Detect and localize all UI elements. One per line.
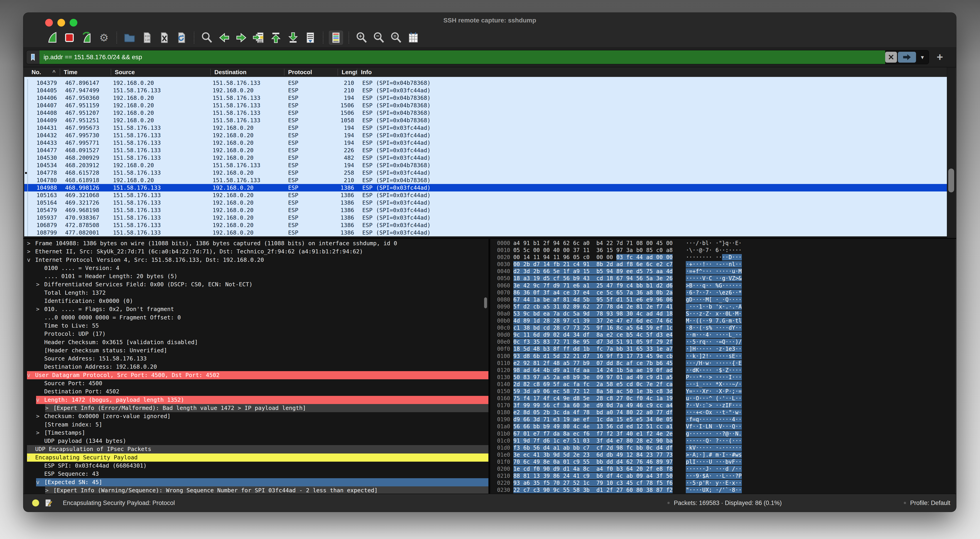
hex-row-0000[interactable]: 0000a491b12f94626ca0b4227d7108004500···/… — [497, 240, 955, 247]
filter-history-dropdown[interactable]: ▾ — [916, 50, 929, 64]
collapsed-icon[interactable]: > — [36, 412, 44, 420]
hex-row-0090[interactable]: 00905fd2cba5310289622778d42e812ef741_···… — [497, 303, 955, 310]
go-forward-button[interactable] — [234, 31, 248, 45]
packet-row-104409[interactable]: 104409467.951251192.168.0.20151.58.176.1… — [24, 117, 947, 124]
hex-row-0130[interactable]: 0130508397a52ae8b93e099701ad49c9d1a5P···… — [497, 374, 955, 381]
filter-apply-button[interactable] — [898, 52, 916, 63]
save-file-button[interactable]: 0101110 — [140, 31, 154, 45]
detail-row[interactable]: 0100 .... = Version: 4 — [24, 264, 488, 272]
detail-row[interactable]: vLength: 1472 (bogus, payload length 135… — [24, 396, 488, 404]
reload-file-button[interactable] — [174, 31, 188, 45]
filter-bookmark-button[interactable] — [26, 50, 40, 64]
column-header-no[interactable]: No.^ — [28, 69, 60, 76]
detail-row[interactable]: UDP Encapsulation of IPsec Packets — [24, 445, 488, 453]
expanded-icon[interactable]: v — [27, 256, 35, 264]
detail-row[interactable]: Header Checksum: 0x3615 [validation disa… — [24, 338, 488, 347]
hex-row-01c0[interactable]: 01c0919d7fd61ce751033fd4e78028e290ba····… — [497, 437, 955, 444]
hex-row-01e0[interactable]: 01e03eec413b9d5d2e236ddb491284237773>·A;… — [497, 452, 955, 458]
hex-row-0140[interactable]: 01402d82c8695facfafc2a58e5cd0c7e2fca-··i… — [497, 381, 955, 388]
capture-options-button[interactable]: ⚙ — [97, 31, 111, 45]
hex-row-00d0[interactable]: 00d09c116dd902d434df8ae2ceb54c5fd3e4··m·… — [497, 331, 955, 339]
hex-row-0020[interactable]: 002000141194119605c0000003fc44ad0000····… — [497, 254, 955, 261]
packet-row-104530[interactable]: 104530468.200929151.58.176.133192.168.0.… — [24, 154, 947, 162]
hex-row-01b0[interactable]: 01b06701e7f7da8aecf6f7f23f40e1f24e2eg···… — [497, 430, 955, 437]
detail-row[interactable]: Source Address: 151.58.176.133 — [24, 355, 488, 363]
details-hex-divider[interactable] — [488, 239, 490, 494]
hex-row-00a0[interactable]: 00a0539cbdea7adc5a9d789398304cad4d18S···… — [497, 310, 955, 317]
packet-row-105163[interactable]: 105163469.321068151.58.176.133192.168.0.… — [24, 191, 947, 199]
detail-row[interactable]: Destination Port: 4502 — [24, 388, 488, 396]
hex-row-0070[interactable]: 007086360f3fa4ce37e4ce5c657a36a80b2a·6·?… — [497, 289, 955, 296]
detail-row[interactable]: >[Expert Info (Error/Malformed): Bad len… — [24, 404, 488, 412]
filter-clear-button[interactable]: ✕ — [885, 52, 897, 63]
zoom-reset-button[interactable]: = — [389, 31, 403, 45]
go-last-button[interactable] — [286, 31, 300, 45]
collapsed-icon[interactable]: > — [27, 239, 35, 248]
collapsed-icon[interactable]: > — [45, 487, 53, 494]
zoom-out-button[interactable]: − — [372, 31, 386, 45]
collapsed-icon[interactable]: > — [36, 280, 44, 289]
detail-row[interactable]: UDP payload (1344 bytes) — [24, 437, 488, 445]
hex-row-0210[interactable]: 021088811339862441c9b6df4cab09a43f50···9… — [497, 472, 955, 480]
detail-row[interactable]: Identification: 0x0000 (0) — [24, 297, 488, 305]
packet-row-105479[interactable]: 105479469.968198151.58.176.133192.168.0.… — [24, 207, 947, 214]
hex-row-0170[interactable]: 01703f999956cf3a603ed90d7a4946c9cca4?··V… — [497, 402, 955, 409]
detail-row[interactable]: vInternet Protocol Version 4, Src: 151.5… — [24, 256, 488, 264]
packet-row-104778[interactable]: 104778468.615728151.58.176.133192.168.0.… — [24, 169, 947, 176]
expanded-icon[interactable]: v — [36, 396, 44, 404]
hex-row-00b0[interactable]: 00b04d891d282897c139372e47e76dec746cM··(… — [497, 317, 955, 324]
scrollbar-thumb[interactable] — [948, 169, 954, 192]
hex-row-0030[interactable]: 0030002bd714fb21c4918b2dadf86e6ce2c7·+··… — [497, 261, 955, 268]
hex-row-01f0[interactable]: 01f0706c498e0a01c955bbddd46276468997plI·… — [497, 458, 955, 466]
detail-row[interactable]: >[Timestamps] — [24, 429, 488, 437]
detail-row[interactable]: >Differentiated Services Field: 0x00 (DS… — [24, 280, 488, 289]
expanded-icon[interactable]: v — [27, 371, 35, 379]
hex-row-0040[interactable]: 0040d23d2b665e1fa915b59489eed575aa4d·=+f… — [497, 268, 955, 275]
zoom-in-button[interactable]: + — [355, 31, 369, 45]
detail-row[interactable]: ESP SPI: 0x03fc44ad (66864301) — [24, 462, 488, 470]
stop-capture-button[interactable] — [62, 31, 76, 45]
hex-row-00c0[interactable]: 00c0c138bdcd28c773259f168ca56459ef1c·8··… — [497, 324, 955, 331]
packet-row-105937[interactable]: 105937470.938367151.58.176.133192.168.0.… — [24, 214, 947, 221]
hex-row-0200[interactable]: 02001ecdf090d9d14a8ca4f0b364202fe8f8····… — [497, 466, 955, 472]
detail-row[interactable]: ESP Sequence: 43 — [24, 470, 488, 478]
column-header-info[interactable]: Info — [357, 69, 947, 76]
hex-row-0010[interactable]: 0010055c0000400037113615973ab085c0a8·\··… — [497, 247, 955, 254]
collapsed-icon[interactable]: > — [36, 429, 44, 437]
packet-row-108799[interactable]: 108799477.082001151.58.176.133192.168.0.… — [24, 229, 947, 236]
hex-row-0180[interactable]: 0180e28d052b3cda4f78bda0748022a077df···+… — [497, 409, 955, 416]
detail-row[interactable]: .... 0101 = Header Length: 20 bytes (5) — [24, 272, 488, 280]
hex-row-00e0[interactable]: 00e00cf3358372718e95d73d5191059f292f··5·… — [497, 339, 955, 345]
titlebar[interactable]: SSH remote capture: sshdump — [23, 13, 956, 28]
hex-row-0230[interactable]: 023022c7c3909c55583bd12f2760803887f2"···… — [497, 487, 955, 494]
packet-row-104780[interactable]: 104780468.618918192.168.0.20151.58.176.1… — [24, 176, 947, 184]
detail-row[interactable]: Source Port: 4500 — [24, 379, 488, 388]
packet-row-104379[interactable]: 104379467.896147192.168.0.20151.58.176.1… — [24, 79, 947, 87]
detail-row[interactable]: Total Length: 1372 — [24, 289, 488, 297]
detail-row[interactable]: Protocol: UDP (17) — [24, 330, 488, 338]
auto-scroll-button[interactable] — [303, 31, 317, 45]
column-header-source[interactable]: Source — [111, 69, 210, 76]
detail-row[interactable]: [Stream index: 5] — [24, 421, 488, 429]
add-filter-button[interactable]: + — [932, 50, 947, 64]
hex-row-0060[interactable]: 00603e429c7fd971e6a12547f9c4bbb1d2d6>B··… — [497, 282, 955, 289]
detail-row[interactable]: [Header checksum status: Unverified] — [24, 347, 488, 355]
collapsed-icon[interactable]: > — [36, 305, 44, 313]
packet-row-104477[interactable]: 104477468.091527151.58.176.133192.168.0.… — [24, 146, 947, 154]
column-header-protocol[interactable]: Protocol — [284, 69, 337, 76]
packet-row-104534[interactable]: 104534468.203912192.168.0.20151.58.176.1… — [24, 162, 947, 169]
go-to-packet-button[interactable] — [251, 31, 266, 45]
hex-row-0190[interactable]: 0190d9663d71e319aeef1cda15e5e5340e05·f=q… — [497, 416, 955, 423]
detail-row[interactable]: >Ethernet II, Src: SkyUk_22:7d:71 (6c:a0… — [24, 248, 488, 256]
hex-row-01d0[interactable]: 01d0f36b56d4a1abbbc7cf2d98fcbb0cd4df·kV·… — [497, 444, 955, 452]
packet-row-106879[interactable]: 106879472.878508151.58.176.133192.168.0.… — [24, 221, 947, 229]
close-file-button[interactable] — [157, 31, 171, 45]
open-file-button[interactable] — [123, 31, 137, 45]
packet-row-104406[interactable]: 104406467.950360192.168.0.20151.58.176.1… — [24, 94, 947, 102]
packet-row-104431[interactable]: 104431467.995673151.58.176.133192.168.0.… — [24, 124, 947, 132]
packet-row-104432[interactable]: 104432467.995730151.58.176.133192.168.0.… — [24, 132, 947, 139]
hex-row-0110[interactable]: 0110e292812f48a577b907dd8cafce7bb645···/… — [497, 360, 955, 367]
profile-status[interactable]: Profile: Default — [900, 499, 950, 507]
hex-row-01a0[interactable]: 01a05666bbb949804c4e1356cded1251cca1Vf··… — [497, 423, 955, 430]
column-header-time[interactable]: Time — [60, 69, 111, 76]
